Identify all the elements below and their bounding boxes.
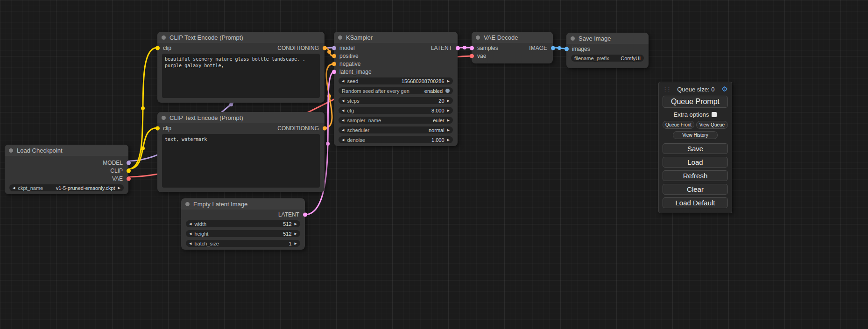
wire-clip-midpoint-dot <box>141 147 145 150</box>
output-label: MODEL <box>103 160 123 166</box>
increment-arrow-icon[interactable]: ▶ <box>447 119 450 122</box>
widget-batch-size[interactable]: ◀ batch_size 1 ▶ <box>186 240 300 247</box>
node-clip-text-encode-positive[interactable]: CLIP Text Encode (Prompt) clip CONDITION… <box>157 32 325 103</box>
samples-input-port[interactable] <box>470 46 474 50</box>
node-load-checkpoint[interactable]: Load Checkpoint MODEL CLIP VAE ◀ ckpt_na… <box>5 145 128 194</box>
toggle-knob-icon[interactable] <box>445 89 450 93</box>
node-header[interactable]: Empty Latent Image <box>181 198 305 210</box>
queue-size-label: Queue size: 0 <box>670 86 722 93</box>
collapse-dot-icon[interactable] <box>338 35 342 40</box>
model-output-port[interactable] <box>127 161 131 165</box>
decrement-arrow-icon[interactable]: ◀ <box>189 232 191 235</box>
widget-scheduler[interactable]: ◀ scheduler normal ▶ <box>339 126 453 133</box>
view-queue-button[interactable]: View Queue <box>696 121 728 129</box>
conditioning-output-port[interactable] <box>323 126 327 130</box>
latent-output-port[interactable] <box>456 46 460 50</box>
collapse-dot-icon[interactable] <box>9 148 13 153</box>
model-input-port[interactable] <box>332 46 336 50</box>
decrement-arrow-icon[interactable]: ◀ <box>342 109 344 112</box>
vae-output-port[interactable] <box>127 176 131 181</box>
latent-output-port[interactable] <box>303 212 307 217</box>
collapse-dot-icon[interactable] <box>476 35 480 40</box>
clear-button[interactable]: Clear <box>663 184 728 195</box>
drag-handle-icon[interactable]: ⋮⋮ <box>663 86 670 92</box>
clip-output-port[interactable] <box>127 168 131 173</box>
increment-arrow-icon[interactable]: ▶ <box>295 232 297 235</box>
node-title: Save Image <box>579 35 611 42</box>
node-vae-decode[interactable]: VAE Decode samples IMAGE vae <box>472 32 553 63</box>
widget-value: ComfyUI <box>621 56 641 61</box>
wire-clip-negative <box>128 128 157 169</box>
increment-arrow-icon[interactable]: ▶ <box>118 186 120 189</box>
increment-arrow-icon[interactable]: ▶ <box>447 138 450 141</box>
increment-arrow-icon[interactable]: ▶ <box>295 242 297 245</box>
decrement-arrow-icon[interactable]: ◀ <box>342 79 344 83</box>
negative-input-port[interactable] <box>332 62 336 66</box>
node-header[interactable]: VAE Decode <box>472 32 553 43</box>
node-header[interactable]: CLIP Text Encode (Prompt) <box>157 32 325 43</box>
node-header[interactable]: Save Image <box>566 33 649 44</box>
widget-steps[interactable]: ◀ steps 20 ▶ <box>339 97 453 104</box>
save-button[interactable]: Save <box>663 143 728 154</box>
collapse-dot-icon[interactable] <box>185 202 190 206</box>
decrement-arrow-icon[interactable]: ◀ <box>342 128 344 132</box>
view-history-button[interactable]: View History <box>673 131 718 139</box>
widget-sampler-name[interactable]: ◀ sampler_name euler ▶ <box>339 117 453 124</box>
widget-height[interactable]: ◀ height 512 ▶ <box>186 230 300 237</box>
decrement-arrow-icon[interactable]: ◀ <box>189 222 191 225</box>
output-row-clip: CLIP <box>5 167 128 175</box>
widget-label: ckpt_name <box>18 185 43 191</box>
collapse-dot-icon[interactable] <box>162 116 166 120</box>
decrement-arrow-icon[interactable]: ◀ <box>189 242 191 245</box>
node-ksampler[interactable]: KSampler model LATENT positive negative … <box>334 32 458 146</box>
widget-filename-prefix[interactable]: filename_prefix ComfyUI <box>571 55 644 62</box>
refresh-button[interactable]: Refresh <box>663 170 728 181</box>
clip-input-port[interactable] <box>155 126 160 130</box>
vae-input-port[interactable] <box>470 54 474 58</box>
increment-arrow-icon[interactable]: ▶ <box>295 222 297 225</box>
decrement-arrow-icon[interactable]: ◀ <box>13 186 15 189</box>
output-row-vae: VAE <box>5 175 128 182</box>
node-clip-text-encode-negative[interactable]: CLIP Text Encode (Prompt) clip CONDITION… <box>157 112 325 192</box>
decrement-arrow-icon[interactable]: ◀ <box>342 138 344 141</box>
node-save-image[interactable]: Save Image images filename_prefix ComfyU… <box>566 33 649 68</box>
image-output-port[interactable] <box>551 46 555 50</box>
conditioning-output-port[interactable] <box>323 46 327 50</box>
node-empty-latent-image[interactable]: Empty Latent Image LATENT ◀ width 512 ▶ … <box>181 198 305 250</box>
increment-arrow-icon[interactable]: ▶ <box>447 109 450 112</box>
settings-gear-icon[interactable]: ⚙ <box>722 85 728 93</box>
node-header[interactable]: Load Checkpoint <box>5 145 128 156</box>
output-row-latent: LATENT <box>181 210 305 218</box>
widget-ckpt-name[interactable]: ◀ ckpt_name v1-5-pruned-emaonly.ckpt ▶ <box>9 184 124 191</box>
prompt-textarea[interactable]: beautiful scenery nature glass bottle la… <box>162 54 320 98</box>
images-input-port[interactable] <box>565 47 569 51</box>
decrement-arrow-icon[interactable]: ◀ <box>342 119 344 122</box>
widget-cfg[interactable]: ◀ cfg 8.000 ▶ <box>339 107 453 114</box>
latent-image-input-port[interactable] <box>332 70 336 74</box>
clip-input-port[interactable] <box>155 46 160 50</box>
increment-arrow-icon[interactable]: ▶ <box>447 79 450 83</box>
queue-prompt-button[interactable]: Queue Prompt <box>663 96 728 108</box>
widget-label: steps <box>347 98 359 104</box>
collapse-dot-icon[interactable] <box>571 36 575 41</box>
increment-arrow-icon[interactable]: ▶ <box>447 128 450 132</box>
positive-input-port[interactable] <box>332 54 336 58</box>
collapse-dot-icon[interactable] <box>162 35 166 40</box>
load-default-button[interactable]: Load Default <box>663 197 728 208</box>
load-button[interactable]: Load <box>663 157 728 168</box>
node-title: CLIP Text Encode (Prompt) <box>169 34 243 41</box>
widget-denoise[interactable]: ◀ denoise 1.000 ▶ <box>339 136 453 143</box>
widget-seed[interactable]: ◀ seed 156680208700286 ▶ <box>339 77 453 84</box>
decrement-arrow-icon[interactable]: ◀ <box>342 99 344 102</box>
wire-image-midpoint-dot <box>557 46 561 50</box>
widget-random-seed-toggle[interactable]: Random seed after every gen enabled <box>339 87 453 94</box>
node-header[interactable]: CLIP Text Encode (Prompt) <box>157 112 325 123</box>
node-graph-canvas[interactable]: Load Checkpoint MODEL CLIP VAE ◀ ckpt_na… <box>0 0 868 329</box>
node-header[interactable]: KSampler <box>334 32 458 43</box>
queue-front-button[interactable]: Queue Front <box>663 121 694 129</box>
widget-label: Random seed after every gen <box>342 88 409 94</box>
widget-width[interactable]: ◀ width 512 ▶ <box>186 220 300 227</box>
prompt-textarea[interactable]: text, watermark <box>162 134 320 188</box>
increment-arrow-icon[interactable]: ▶ <box>447 99 450 102</box>
extra-options-checkbox[interactable] <box>712 112 717 117</box>
